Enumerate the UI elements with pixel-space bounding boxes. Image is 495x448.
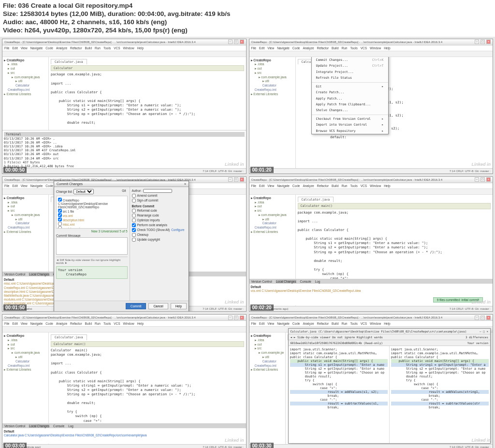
diff-left-pane[interactable]: import java.util.Scanner;import static c… [289,346,390,443]
vcs-menu-popup[interactable]: VCS Operations Popup Alt+Back Quote Comm… [311,57,389,135]
version-control-panel[interactable]: Version ControlLocal ChangesConsoleLog D… [2,423,246,444]
close-button[interactable]: × [240,177,244,182]
tree-item[interactable]: Calculator [4,221,47,226]
close-button[interactable]: × [486,177,491,182]
menu-item[interactable]: Tools [103,46,111,50]
tree-item[interactable]: CreateRepo.iml [251,226,294,230]
tree-item[interactable]: ▸ out [4,204,47,209]
menu-item[interactable]: Window [123,46,134,50]
before-commit-option[interactable]: Cleanup [132,233,187,237]
vc-tab[interactable]: Local Changes [29,273,49,276]
tree-item[interactable]: Calculator [251,221,294,226]
menu-item[interactable]: Help [384,184,390,188]
menu-item[interactable]: Navigate [277,322,290,325]
menu-item[interactable]: Code [45,322,53,325]
menu-item[interactable]: Edit [259,184,264,188]
diff-close-icon[interactable]: – □ × [480,330,488,333]
code-editor[interactable]: Calculator.java double result; try { swi… [296,57,493,173]
tree-item[interactable]: ▸ External Libraries [251,368,284,372]
menu-item[interactable]: Tools [103,322,111,325]
menu-item[interactable]: Analyze [303,184,314,188]
menu-item[interactable]: Window [123,322,134,325]
menu-item[interactable]: Edit [259,46,264,50]
tree-item[interactable]: ▸ util [4,79,47,84]
menu-item[interactable]: Run [342,184,348,188]
maximize-button[interactable]: □ [234,316,238,320]
menu-item[interactable]: Code [292,322,300,325]
vc-tab[interactable]: Local Changes [29,424,49,428]
menu-item[interactable]: File [4,322,9,325]
diff-right-pane[interactable]: import java.util.Scanner;import static c… [390,346,490,443]
menu-item[interactable]: Apply Patch... [312,96,388,101]
vc-tab[interactable]: Version Control [4,424,25,428]
help-button[interactable]: Help [171,303,187,309]
menu-item[interactable]: Create Patch... [312,89,388,95]
tree-item[interactable]: ▸ .idea [4,62,47,67]
before-commit-option[interactable]: Rearrange code [132,214,187,217]
menu-item[interactable]: Run [342,322,348,325]
commit-file-item[interactable]: description.html [58,217,126,222]
minimize-button[interactable]: – [228,40,233,44]
menu-item[interactable]: Run [95,322,101,325]
menu-item[interactable]: View [21,46,28,50]
menu-item[interactable]: Navigate [277,184,290,188]
menu-item[interactable]: Navigate [277,46,290,50]
commit-file-item[interactable]: modules.xml [58,226,126,229]
before-commit-option[interactable]: Optimize imports [132,218,187,222]
tree-item[interactable]: ▸ com.example.java [251,213,294,217]
menu-item[interactable]: Refactor [70,46,82,50]
tree-item[interactable]: ▸ util [4,355,47,360]
menu-item[interactable]: File [251,184,256,188]
menu-item[interactable]: Commit Changes...Ctrl+K [312,57,388,63]
menu-item[interactable]: Apply Patch from Clipboard... [312,101,388,107]
before-commit-option[interactable]: Reformat code [132,209,187,213]
tree-item[interactable]: ▸ util [251,355,284,360]
tree-item[interactable]: ▸ util [251,217,294,222]
menu-item[interactable]: Build [332,46,338,50]
menu-item[interactable]: Refresh File Status [312,75,388,81]
commit-message-input[interactable] [56,237,128,255]
menu-item[interactable]: Analyze [303,322,314,325]
tree-item[interactable]: ▸ src [251,347,284,351]
menu-item[interactable]: Help [384,322,390,325]
menu-item[interactable]: Import into Version Control▸ [312,122,388,128]
menu-item[interactable]: Build [332,184,338,188]
tree-item[interactable]: ▸ util [4,217,47,222]
project-tree[interactable]: ▸ CreateRepo▸ .idea▸ out▸ src▸ com.examp… [249,57,296,173]
menu-item[interactable]: Help [384,46,390,50]
tree-item[interactable]: ▸ External Libraries [251,230,294,234]
menu-item[interactable]: Edit [12,184,17,188]
menu-item[interactable]: Build [85,46,92,50]
commit-file-item[interactable]: src 1 file [58,209,126,213]
tree-item[interactable]: ▸ com.example.java [4,75,47,80]
tree-item[interactable]: ▸ src [4,209,47,213]
tree-item[interactable]: ▸ .idea [4,201,47,205]
tree-item[interactable]: ▸ src [4,347,47,351]
changed-file[interactable]: vcs.xml C:\Users\dgassner\Desktop\Exerci… [251,289,492,293]
vc-tab[interactable]: Version Control [4,273,25,276]
menu-item[interactable]: Help [137,46,144,50]
menu-item[interactable]: VCS [361,322,367,325]
tree-item[interactable]: ▸ External Libraries [4,230,47,234]
menu-item[interactable]: View [267,46,274,50]
menu-item[interactable]: Tools [350,46,357,50]
menu-item[interactable]: Integrate Project... [312,69,388,75]
minimize-button[interactable]: – [228,316,233,320]
before-commit-option[interactable]: Update copyright [132,238,187,242]
menu-item[interactable]: VCS [114,322,120,325]
menu-item[interactable]: Run [95,46,101,50]
changed-file[interactable]: Calculator.java C:\Users\dgassner\Deskto… [4,434,245,437]
tree-item[interactable]: ▸ com.example.java [251,351,284,355]
tree-item[interactable]: ▸ src [251,209,294,213]
menu-item[interactable]: Help [137,322,144,325]
commit-button[interactable]: Commit [126,303,146,309]
minimize-button[interactable]: – [475,177,479,182]
commit-file-list[interactable]: CreateRepo C:\Users\dgassner\Desktop\Exe… [56,196,128,229]
tree-item[interactable]: ▸ .idea [251,338,284,343]
tree-item[interactable]: ▸ src [251,71,294,75]
close-button[interactable]: × [486,40,491,44]
menu-item[interactable]: Checkout from Version Control▸ [312,116,388,122]
menu-item[interactable]: VCS [361,184,367,188]
vc-tab[interactable]: Console [300,280,311,283]
menu-item[interactable]: Analyze [56,46,67,50]
